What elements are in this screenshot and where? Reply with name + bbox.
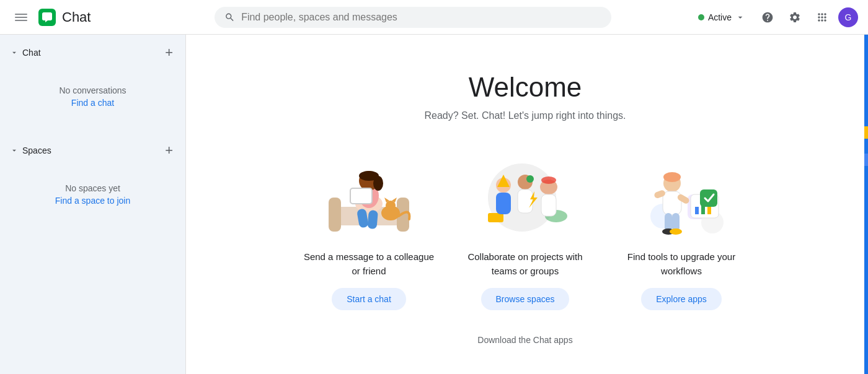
svg-point-16 bbox=[386, 201, 396, 211]
chat-logo bbox=[38, 9, 56, 26]
spaces-section-header[interactable]: Spaces + bbox=[0, 137, 185, 163]
spaces-add-button[interactable]: + bbox=[162, 142, 175, 159]
svg-rect-35 bbox=[695, 207, 699, 214]
status-label: Active bbox=[708, 12, 732, 22]
topbar-right: Active G bbox=[692, 6, 858, 28]
welcome-subtitle: Ready? Set. Chat! Let's jump right into … bbox=[424, 110, 626, 121]
cards-row: Send a message to a colleague or friend … bbox=[301, 151, 750, 310]
chat-empty: No conversations Find a chat bbox=[0, 66, 185, 118]
start-chat-button[interactable]: Start a chat bbox=[332, 288, 406, 310]
chat-section-label: Chat bbox=[22, 48, 41, 58]
explore-apps-button[interactable]: Explore apps bbox=[641, 288, 722, 310]
search-input[interactable] bbox=[241, 12, 601, 23]
download-label: Download the Chat apps bbox=[477, 335, 572, 345]
status-button[interactable]: Active bbox=[692, 9, 751, 26]
find-chat-link[interactable]: Find a chat bbox=[10, 98, 175, 108]
topbar-left: Chat bbox=[10, 6, 134, 28]
chat-empty-label: No conversations bbox=[59, 85, 126, 95]
right-panel-indicator-1 bbox=[864, 37, 868, 87]
search-icon bbox=[224, 12, 235, 23]
avatar[interactable]: G bbox=[838, 7, 858, 27]
svg-rect-26 bbox=[518, 189, 533, 213]
chevron-down-icon bbox=[10, 146, 19, 155]
chat-section: Chat + No conversations Find a chat bbox=[0, 35, 185, 123]
spaces-section-title: Spaces bbox=[10, 146, 51, 155]
topbar-center bbox=[141, 7, 684, 28]
card-apps-illustration bbox=[626, 151, 737, 238]
welcome-area: Welcome Ready? Set. Chat! Let's jump rig… bbox=[186, 35, 864, 370]
svg-rect-29 bbox=[541, 194, 556, 216]
browse-spaces-button[interactable]: Browse spaces bbox=[481, 288, 570, 310]
chat-section-title: Chat bbox=[10, 48, 41, 58]
card-spaces: Collaborate on projects with teams or gr… bbox=[457, 151, 593, 310]
find-space-link[interactable]: Find a space to join bbox=[10, 196, 175, 206]
svg-point-13 bbox=[373, 176, 383, 191]
svg-rect-1 bbox=[15, 17, 27, 18]
svg-rect-0 bbox=[15, 14, 27, 15]
settings-button[interactable] bbox=[784, 6, 806, 28]
chat-section-header[interactable]: Chat + bbox=[0, 40, 185, 66]
svg-point-30 bbox=[541, 176, 556, 184]
svg-point-40 bbox=[663, 172, 681, 182]
card-chat: Send a message to a colleague or friend … bbox=[301, 151, 437, 310]
apps-grid-button[interactable] bbox=[811, 6, 833, 28]
card-chat-illustration bbox=[313, 151, 425, 238]
main-layout: Chat + No conversations Find a chat Spac… bbox=[0, 35, 868, 374]
card-spaces-text: Collaborate on projects with teams or gr… bbox=[457, 250, 593, 278]
svg-rect-38 bbox=[700, 189, 717, 207]
status-dot bbox=[698, 14, 704, 20]
svg-point-27 bbox=[526, 175, 534, 183]
svg-rect-5 bbox=[329, 198, 341, 232]
card-spaces-illustration bbox=[469, 151, 581, 238]
card-apps-text: Find tools to upgrade your workflows bbox=[613, 250, 750, 278]
svg-rect-14 bbox=[350, 188, 372, 204]
card-chat-text: Send a message to a colleague or friend bbox=[301, 250, 437, 278]
topbar: Chat Active G bbox=[0, 0, 868, 35]
app-title: Chat bbox=[62, 9, 91, 25]
welcome-title: Welcome bbox=[469, 72, 582, 103]
spaces-empty-label: No spaces yet bbox=[65, 183, 120, 193]
spaces-section: Spaces + No spaces yet Find a space to j… bbox=[0, 133, 185, 220]
download-section: Download the Chat apps bbox=[477, 335, 572, 345]
svg-point-47 bbox=[670, 228, 682, 235]
content-area: Welcome Ready? Set. Chat! Let's jump rig… bbox=[186, 35, 864, 374]
right-panel-indicator-3 bbox=[864, 154, 868, 166]
svg-rect-9 bbox=[367, 210, 378, 229]
svg-rect-23 bbox=[496, 193, 511, 214]
card-apps: Find tools to upgrade your workflows Exp… bbox=[613, 151, 750, 310]
sidebar: Chat + No conversations Find a chat Spac… bbox=[0, 35, 186, 374]
svg-rect-41 bbox=[663, 191, 681, 215]
help-button[interactable] bbox=[756, 6, 779, 28]
right-panel-indicator-2 bbox=[864, 126, 868, 139]
spaces-section-label: Spaces bbox=[22, 146, 51, 155]
spaces-empty: No spaces yet Find a space to join bbox=[0, 163, 185, 215]
svg-rect-20 bbox=[488, 213, 503, 222]
menu-button[interactable] bbox=[10, 6, 32, 28]
svg-rect-2 bbox=[15, 20, 27, 21]
chat-add-button[interactable]: + bbox=[162, 45, 175, 61]
chevron-down-icon bbox=[735, 12, 745, 22]
chevron-down-icon bbox=[10, 48, 19, 57]
search-bar[interactable] bbox=[215, 7, 611, 28]
